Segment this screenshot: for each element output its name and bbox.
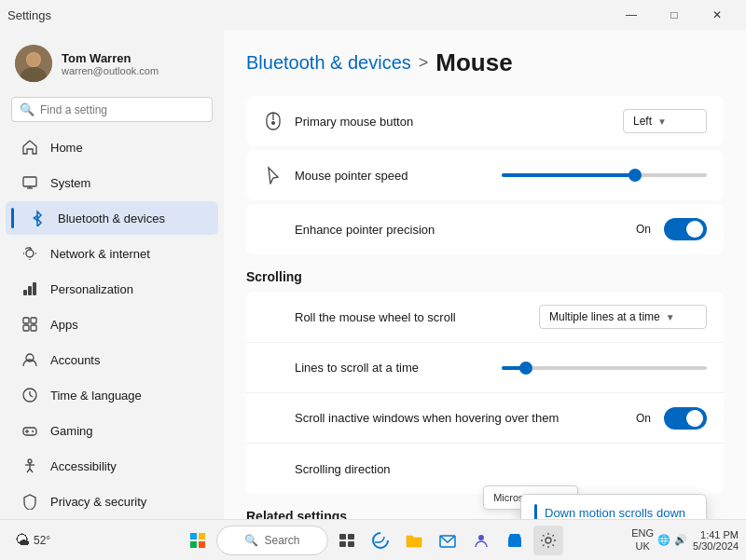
search-box[interactable]: 🔍 — [11, 97, 213, 122]
enhance-precision-card: Enhance pointer precision On — [246, 204, 724, 254]
teams-icon[interactable] — [466, 526, 496, 555]
weather-widget[interactable]: 🌤 52° — [7, 528, 58, 553]
sidebar-item-home[interactable]: Home — [6, 130, 218, 164]
pointer-speed-card: Mouse pointer speed — [246, 150, 724, 200]
sidebar-item-label-accounts: Accounts — [50, 353, 100, 367]
privacy-icon — [21, 492, 39, 511]
taskbar-search[interactable]: 🔍 Search — [216, 526, 328, 555]
maximize-button[interactable]: □ — [653, 0, 696, 30]
option-selected-indicator — [534, 504, 537, 519]
sidebar-item-label-gaming: Gaming — [50, 424, 93, 438]
taskbar: 🌤 52° 🔍 Search — [0, 519, 746, 560]
svg-point-45 — [546, 538, 551, 543]
dropdown-arrow-icon: ▼ — [657, 116, 667, 127]
pointer-speed-label: Mouse pointer speed — [295, 169, 502, 183]
sidebar-item-apps[interactable]: Apps — [6, 307, 218, 341]
svg-rect-11 — [33, 282, 36, 295]
explorer-icon[interactable] — [399, 526, 429, 555]
toggle-knob — [686, 221, 703, 238]
sidebar-item-label-personalization: Personalization — [50, 282, 133, 296]
svg-point-33 — [271, 121, 275, 125]
pointer-speed-row: Mouse pointer speed — [246, 150, 724, 200]
edge-icon[interactable] — [366, 526, 395, 555]
svg-line-28 — [30, 469, 33, 472]
lines-scroll-slider[interactable] — [502, 359, 707, 377]
sidebar-item-bluetooth[interactable]: Bluetooth & devices — [6, 201, 218, 235]
settings-icon[interactable] — [533, 526, 563, 555]
svg-line-27 — [27, 469, 30, 472]
taskbar-center: 🔍 Search — [183, 526, 563, 555]
network-icon — [21, 244, 39, 263]
scroll-inactive-label: Scroll inactive windows when hovering ov… — [263, 411, 636, 425]
sidebar-item-system[interactable]: System — [6, 166, 218, 199]
pointer-speed-slider[interactable] — [502, 166, 707, 184]
apps-icon — [21, 315, 39, 334]
sidebar-item-time[interactable]: Time & language — [6, 378, 218, 412]
roll-wheel-control: Multiple lines at a time ▼ — [539, 305, 707, 329]
slider-track — [502, 173, 707, 177]
mail-icon[interactable] — [433, 526, 463, 555]
svg-rect-15 — [31, 325, 36, 331]
store-icon[interactable] — [500, 526, 530, 555]
search-input[interactable] — [40, 103, 204, 116]
pointer-speed-control — [502, 166, 707, 184]
sidebar-item-accessibility[interactable]: Accessibility — [6, 449, 218, 483]
primary-button-card: Primary mouse button Left ▼ — [246, 96, 724, 146]
sidebar-item-privacy[interactable]: Privacy & security — [6, 485, 218, 518]
user-name: Tom Warren — [62, 51, 159, 65]
system-tray[interactable]: ENGUK 🌐 🔊 — [631, 527, 687, 552]
sidebar-item-network[interactable]: Network & internet — [6, 237, 218, 270]
scroll-inactive-control: On — [636, 407, 707, 430]
time-display[interactable]: 1:41 PM 5/30/2024 — [693, 529, 739, 552]
titlebar: Settings — □ ✕ — [0, 0, 746, 30]
scroll-inactive-toggle[interactable] — [664, 407, 707, 430]
locale-text: ENGUK — [631, 527, 654, 552]
home-icon — [21, 138, 39, 157]
enhance-precision-toggle[interactable] — [664, 218, 707, 240]
scroll-option-down[interactable]: Down motion scrolls down — [521, 495, 706, 519]
svg-rect-38 — [339, 534, 346, 540]
titlebar-controls: — □ ✕ — [610, 0, 739, 30]
svg-rect-12 — [23, 318, 29, 323]
primary-button-dropdown[interactable]: Left ▼ — [623, 109, 707, 133]
sidebar-item-label-accessibility: Accessibility — [50, 459, 117, 473]
minimize-button[interactable]: — — [610, 0, 653, 30]
start-button[interactable] — [183, 526, 213, 555]
lines-slider-thumb[interactable] — [519, 362, 532, 375]
svg-point-43 — [478, 535, 484, 540]
breadcrumb-parent[interactable]: Bluetooth & devices — [246, 52, 411, 74]
volume-icon: 🔊 — [674, 534, 687, 546]
personalization-icon — [21, 280, 39, 298]
scroll-inactive-status: On — [636, 412, 651, 425]
lines-scroll-label: Lines to scroll at a time — [263, 361, 502, 375]
svg-rect-14 — [23, 325, 29, 331]
sidebar-item-label-privacy: Privacy & security — [50, 495, 146, 509]
scrolling-section-header: Scrolling — [246, 269, 724, 284]
sidebar-item-accounts[interactable]: Accounts — [6, 343, 218, 376]
sidebar-item-label-network: Network & internet — [50, 247, 150, 261]
taskview-button[interactable] — [332, 526, 362, 555]
sidebar: Tom Warren warren@outlook.com 🔍 Home Sys… — [0, 30, 224, 519]
taskbar-search-icon: 🔍 — [244, 534, 258, 547]
primary-mouse-button-row: Primary mouse button Left ▼ — [246, 96, 724, 146]
sidebar-item-personalization[interactable]: Personalization — [6, 272, 218, 306]
current-time: 1:41 PM — [700, 529, 739, 540]
accounts-icon — [21, 350, 39, 369]
slider-thumb[interactable] — [629, 169, 642, 182]
close-button[interactable]: ✕ — [696, 0, 739, 30]
lines-slider-track — [502, 366, 707, 370]
scrolling-direction-popup: Down motion scrolls down Down motion scr… — [520, 494, 707, 519]
primary-button-control: Left ▼ — [623, 109, 707, 133]
weather-icon: 🌤 — [15, 532, 30, 549]
sidebar-item-label-time: Time & language — [50, 389, 142, 403]
sidebar-item-gaming[interactable]: Gaming — [6, 414, 218, 447]
scroll-inactive-knob — [686, 410, 703, 427]
svg-rect-10 — [28, 286, 32, 295]
user-email: warren@outlook.com — [62, 65, 159, 76]
roll-wheel-dropdown[interactable]: Multiple lines at a time ▼ — [539, 305, 707, 329]
breadcrumb-separator: > — [419, 53, 429, 73]
roll-wheel-card: Roll the mouse wheel to scroll Multiple … — [246, 292, 724, 494]
settings-title: Settings — [7, 8, 51, 22]
sidebar-item-label-home: Home — [50, 141, 83, 155]
enhance-precision-label: Enhance pointer precision — [263, 223, 636, 237]
